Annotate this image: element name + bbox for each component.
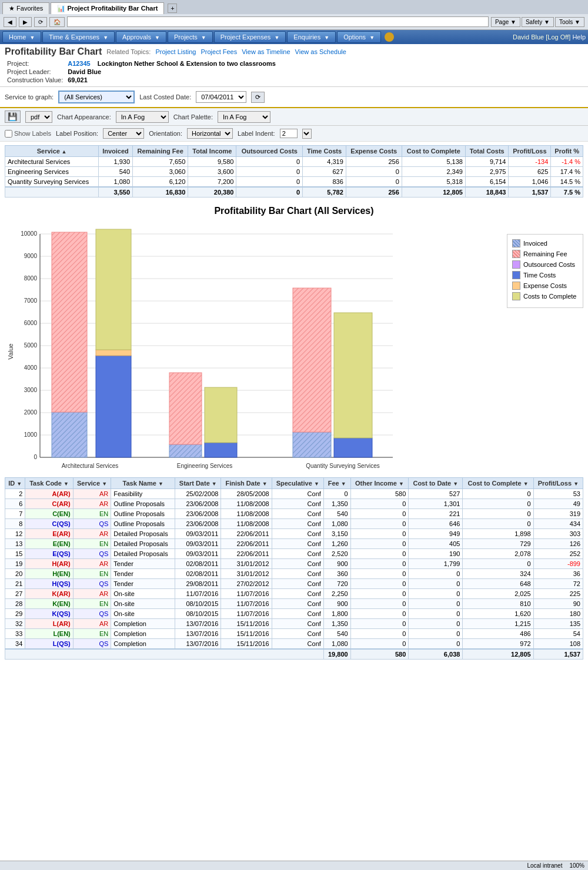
chart-svg: Value 0 1000 2000 300 — [5, 222, 416, 469]
btotal-blank — [5, 649, 324, 660]
forward-button[interactable]: ▶ — [19, 17, 32, 27]
browser-toolbar: ◀ ▶ ⟳ 🏠 Page ▼ Safety ▼ Tools ▼ — [0, 14, 588, 29]
refresh-button-service[interactable]: ⟳ — [251, 92, 265, 103]
bt-fee: 720 — [323, 579, 350, 589]
bottom-table-row: 2 A(AR) AR Feasibility 25/02/2008 28/05/… — [5, 489, 583, 499]
bt-speculative: Conf — [272, 609, 323, 619]
nav-approvals[interactable]: Approvals ▼ — [116, 31, 166, 43]
bt-id: 2 — [5, 489, 25, 499]
nav-help[interactable]: Help — [572, 34, 586, 41]
bth-service[interactable]: Service ▼ — [73, 478, 111, 489]
th-time-costs[interactable]: Time Costs — [303, 146, 346, 157]
pdf-select[interactable]: pdf — [25, 111, 52, 123]
bt-id: 15 — [5, 549, 25, 559]
home-button[interactable]: 🏠 — [49, 17, 65, 27]
th-expense-costs[interactable]: Expense Costs — [346, 146, 402, 157]
back-button[interactable]: ◀ — [4, 17, 16, 27]
bth-task-code[interactable]: Task Code ▼ — [25, 478, 73, 489]
th-profit-loss[interactable]: Profit/Loss — [509, 146, 551, 157]
svg-text:9000: 9000 — [24, 253, 38, 259]
page-button[interactable]: Page ▼ — [491, 17, 520, 27]
tab-favorites[interactable]: ★ Favorites — [2, 2, 49, 14]
th-outsourced-costs[interactable]: Outsourced Costs — [236, 146, 303, 157]
th-service[interactable]: Service — [5, 146, 99, 157]
related-project-fees[interactable]: Project Fees — [201, 48, 237, 55]
bth-fee[interactable]: Fee ▼ — [323, 478, 350, 489]
nav-enquiries[interactable]: Enquiries ▼ — [287, 31, 336, 43]
bt-service: QS — [73, 639, 111, 650]
svg-text:1000: 1000 — [24, 431, 38, 438]
bth-other-income[interactable]: Other Income ▼ — [350, 478, 409, 489]
legend-outsourced-label: Outsourced Costs — [523, 261, 575, 268]
bth-start-date[interactable]: Start Date ▼ — [175, 478, 221, 489]
bt-task-code: K(QS) — [25, 609, 73, 619]
legend-costs-complete-label: Costs to Complete — [523, 293, 576, 300]
address-bar[interactable] — [67, 16, 489, 27]
bth-task-name[interactable]: Task Name ▼ — [111, 478, 175, 489]
save-button[interactable]: 💾 — [5, 111, 21, 123]
th-remaining-fee[interactable]: Remaining Fee — [133, 146, 188, 157]
related-view-timeline[interactable]: View as Timeline — [242, 48, 290, 55]
service-bar: Service to graph: (All Services) Last Co… — [0, 87, 588, 108]
bth-speculative[interactable]: Speculative ▼ — [272, 478, 323, 489]
orientation-select[interactable]: Horizontal — [187, 128, 233, 139]
bar-arch-label: Architectural Services — [62, 463, 119, 469]
show-labels-checkbox-label[interactable]: Show Labels — [5, 130, 51, 138]
bth-cost-to-complete[interactable]: Cost to Complete ▼ — [463, 478, 533, 489]
nav-project-expenses[interactable]: Project Expenses ▼ — [214, 31, 286, 43]
safety-button[interactable]: Safety ▼ — [522, 17, 554, 27]
td-time-costs: 4,319 — [303, 157, 346, 167]
bt-fee: 1,350 — [323, 499, 350, 509]
new-tab-button[interactable]: + — [168, 4, 177, 13]
bt-finish: 15/11/2016 — [221, 639, 272, 650]
th-profit-pct[interactable]: Profit % — [551, 146, 583, 157]
tools-button[interactable]: Tools ▼ — [555, 17, 584, 27]
bt-finish: 11/08/2008 — [221, 499, 272, 509]
legend-costs-complete-color — [512, 292, 520, 300]
bt-service: EN — [73, 569, 111, 579]
bt-speculative: Conf — [272, 569, 323, 579]
tab-active[interactable]: 📊 Project Profitability Bar Chart — [51, 2, 164, 14]
bar-qs-remaining — [293, 288, 331, 432]
date-select[interactable]: 07/04/2011 — [196, 91, 246, 103]
th-invoiced[interactable]: Invoiced — [99, 146, 133, 157]
service-select[interactable]: (All Services) — [58, 91, 135, 103]
nav-user-name[interactable]: David Blue — [513, 34, 544, 41]
show-labels-checkbox[interactable] — [5, 130, 12, 138]
nav-home[interactable]: Home ▼ — [2, 31, 41, 43]
bt-cost-to-complete: 810 — [463, 599, 533, 609]
th-total-costs[interactable]: Total Costs — [465, 146, 509, 157]
label-indent-stepper[interactable]: ▲ — [302, 129, 312, 139]
td-profit-pct: 14.5 % — [551, 177, 583, 188]
bth-finish-date[interactable]: Finish Date ▼ — [221, 478, 272, 489]
svg-text:10000: 10000 — [21, 230, 37, 237]
bt-fee: 900 — [323, 599, 350, 609]
project-id[interactable]: A12345 — [65, 59, 93, 68]
bt-task-code: K(EN) — [25, 599, 73, 609]
bt-finish: 31/01/2012 — [221, 569, 272, 579]
bt-cost-to-date: 0 — [409, 629, 463, 639]
refresh-button[interactable]: ⟳ — [34, 17, 47, 27]
label-indent-input[interactable] — [280, 129, 298, 138]
nav-logoff[interactable]: [Log Off] — [546, 34, 570, 41]
bt-service: AR — [73, 589, 111, 599]
chart-appearance-select[interactable]: In A Fog — [116, 111, 169, 123]
th-total-income[interactable]: Total Income — [188, 146, 236, 157]
bth-cost-to-date[interactable]: Cost to Date ▼ — [409, 478, 463, 489]
bth-profit-loss[interactable]: Profit/Loss ▼ — [533, 478, 583, 489]
nav-projects[interactable]: Projects ▼ — [168, 31, 213, 43]
bt-profit-loss: 180 — [533, 609, 583, 619]
bt-task-name: Outline Proposals — [111, 509, 175, 519]
related-project-listing[interactable]: Project Listing — [155, 48, 196, 55]
td-cost-to-complete: 2,349 — [402, 167, 465, 177]
bt-cost-to-date: 0 — [409, 609, 463, 619]
bth-id[interactable]: ID ▼ — [5, 478, 25, 489]
related-view-schedule[interactable]: View as Schedule — [295, 48, 346, 55]
nav-options[interactable]: Options ▼ — [337, 31, 381, 43]
chart-palette-select[interactable]: In A Fog — [218, 111, 270, 123]
legend-invoiced: Invoiced — [512, 239, 578, 247]
th-cost-to-complete[interactable]: Cost to Complete — [402, 146, 465, 157]
nav-bar: Home ▼ Time & Expenses ▼ Approvals ▼ Pro… — [0, 30, 588, 44]
label-position-select[interactable]: Center — [103, 128, 144, 139]
nav-time-expenses[interactable]: Time & Expenses ▼ — [42, 31, 115, 43]
